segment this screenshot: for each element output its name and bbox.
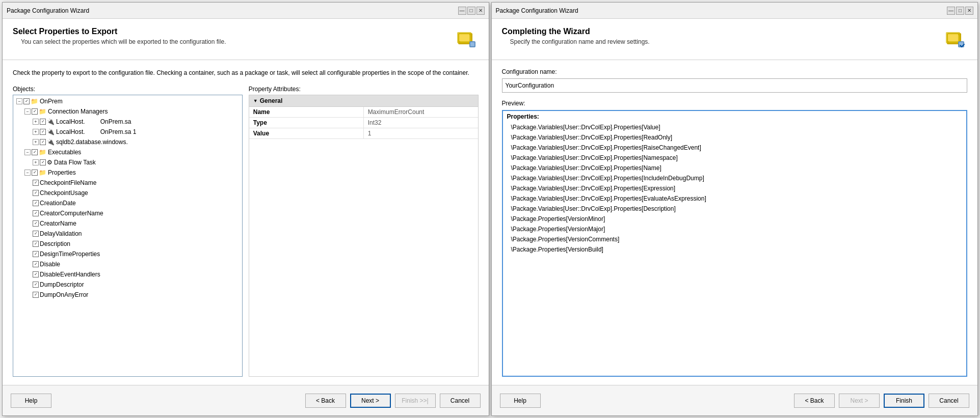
folder-icon-executables: 📁 — [39, 148, 46, 157]
item-text-dataflow: Data Flow Task — [54, 158, 96, 167]
prop-cell-type-value: Int32 — [364, 118, 478, 128]
checkbox-creatorcomputername[interactable] — [33, 210, 39, 216]
preview-item-1: \Package.Variables[User::DrvColExp].Prop… — [507, 132, 963, 143]
checkbox-delayvalidation[interactable] — [33, 231, 39, 237]
next-button-1[interactable]: Next > — [350, 394, 391, 408]
prop-row-value: Value 1 — [249, 128, 478, 139]
checkbox-description[interactable] — [33, 241, 39, 247]
help-button-1[interactable]: Help — [11, 394, 51, 408]
tree-item-description[interactable]: Description — [14, 239, 241, 249]
description-text-1: Check the property to export to the conf… — [13, 68, 479, 77]
expand-icon-localhost2[interactable]: + — [33, 129, 39, 135]
tree-item-checkpointfilename[interactable]: CheckpointFileName — [14, 178, 241, 188]
tree-item-properties[interactable]: − 📁 Properties — [14, 168, 241, 178]
wizard-header-text-2: Completing the Wizard Specify the config… — [502, 27, 650, 45]
item-text-dumpdescriptor: DumpDescriptor — [40, 280, 84, 289]
folder-icon-localhost1: 🔌 — [47, 117, 55, 126]
tree-view[interactable]: − 📁 OnPrem − 📁 Connection Managers + — [13, 95, 243, 377]
checkbox-checkpointusage[interactable] — [33, 190, 39, 196]
checkbox-executables[interactable] — [32, 149, 38, 155]
expand-icon-onprem[interactable]: − — [16, 98, 22, 104]
back-button-1[interactable]: < Back — [305, 394, 346, 408]
preview-item-7: \Package.Variables[User::DrvColExp].Prop… — [507, 193, 963, 204]
checkbox-onprem[interactable] — [23, 98, 30, 104]
tree-item-dumponanyerror[interactable]: DumpOnAnyError — [14, 290, 241, 300]
folder-icon-dataflow: ⚙ — [47, 158, 52, 167]
tree-item-conn-mgrs[interactable]: − 📁 Connection Managers — [14, 106, 241, 117]
tree-item-sqldb[interactable]: + 🔌 sqldb2.database.windows. — [14, 137, 241, 147]
minimize-button-2[interactable]: — — [947, 7, 955, 15]
maximize-button-1[interactable]: □ — [467, 7, 475, 15]
prop-cell-type-label: Type — [249, 118, 364, 128]
wizard-icon-2 — [943, 27, 967, 51]
expand-icon-localhost1[interactable]: + — [33, 119, 39, 125]
tree-item-creatorcomputername[interactable]: CreatorComputerName — [14, 208, 241, 218]
checkbox-designtimeproperties[interactable] — [33, 251, 39, 257]
cancel-button-2[interactable]: Cancel — [929, 394, 969, 408]
minimize-button-1[interactable]: — — [458, 7, 466, 15]
checkbox-disable[interactable] — [33, 261, 39, 267]
tree-item-disable[interactable]: Disable — [14, 259, 241, 269]
folder-icon-conn-mgrs: 📁 — [39, 107, 46, 116]
checkbox-properties[interactable] — [32, 170, 38, 176]
item-text-conn-mgrs: Connection Managers — [48, 107, 108, 116]
title-bar-1: Package Configuration Wizard — □ ✕ — [3, 3, 489, 19]
wizard-body-1: Check the property to export to the conf… — [3, 60, 489, 385]
maximize-button-2[interactable]: □ — [956, 7, 964, 15]
checkbox-creatorname[interactable] — [33, 220, 39, 227]
item-text-executables: Executables — [48, 148, 81, 157]
config-name-label: Configuration name: — [502, 68, 968, 75]
checkbox-disableeventhandlers[interactable] — [33, 271, 39, 277]
item-text-localhost1: LocalHost. OnPrem.sa — [56, 117, 131, 126]
tree-item-dumpdescriptor[interactable]: DumpDescriptor — [14, 280, 241, 290]
tree-item-delayvalidation[interactable]: DelayValidation — [14, 229, 241, 239]
item-text-localhost2: LocalHost. OnPrem.sa 1 — [56, 127, 136, 136]
wizard-footer-2: Help < Back Next > Finish Cancel — [492, 385, 978, 415]
checkbox-localhost1[interactable] — [40, 119, 46, 125]
tree-item-disableeventhandlers[interactable]: DisableEventHandlers — [14, 269, 241, 280]
checkbox-localhost2[interactable] — [40, 129, 46, 135]
checkbox-creationdate[interactable] — [33, 200, 39, 206]
item-text-creatorcomputername: CreatorComputerName — [40, 209, 103, 218]
preview-item-4: \Package.Variables[User::DrvColExp].Prop… — [507, 163, 963, 173]
tree-item-localhost2[interactable]: + 🔌 LocalHost. OnPrem.sa 1 — [14, 127, 241, 137]
item-text-description: Description — [40, 239, 70, 248]
wizard-body-2: Configuration name: Preview: Properties:… — [492, 60, 978, 385]
tree-item-onprem[interactable]: − 📁 OnPrem — [14, 96, 241, 106]
wizard-window-2: Package Configuration Wizard — □ ✕ Compl… — [491, 2, 978, 416]
cancel-button-1[interactable]: Cancel — [440, 394, 481, 408]
expand-icon-dataflow[interactable]: + — [33, 159, 39, 165]
preview-header: Properties: — [507, 113, 963, 120]
preview-item-0: \Package.Variables[User::DrvColExp].Prop… — [507, 122, 963, 132]
tree-item-creationdate[interactable]: CreationDate — [14, 198, 241, 208]
preview-item-8: \Package.Variables[User::DrvColExp].Prop… — [507, 204, 963, 214]
expand-icon-sqldb[interactable]: + — [33, 139, 39, 145]
checkbox-checkpointfilename[interactable] — [33, 180, 39, 186]
tree-item-executables[interactable]: − 📁 Executables — [14, 147, 241, 157]
preview-item-9: \Package.Properties[VersionMinor] — [507, 214, 963, 224]
tree-item-checkpointusage[interactable]: CheckpointUsage — [14, 188, 241, 198]
wizard-subtitle-1: You can select the properties which will… — [21, 38, 226, 45]
expand-icon-executables[interactable]: − — [24, 149, 31, 155]
finish-button-2[interactable]: Finish — [884, 394, 924, 408]
preview-item-3: \Package.Variables[User::DrvColExp].Prop… — [507, 153, 963, 163]
expand-icon-properties[interactable]: − — [24, 170, 31, 176]
close-button-2[interactable]: ✕ — [965, 7, 973, 15]
config-name-input[interactable] — [502, 78, 968, 93]
checkbox-dumponanyerror[interactable] — [33, 292, 39, 298]
close-button-1[interactable]: ✕ — [476, 7, 485, 15]
tree-item-designtimeproperties[interactable]: DesignTimeProperties — [14, 249, 241, 259]
checkbox-dataflow[interactable] — [40, 159, 46, 165]
property-label: Property Attributes: — [249, 86, 479, 93]
tree-item-dataflow[interactable]: + ⚙ Data Flow Task — [14, 157, 241, 168]
checkbox-dumpdescriptor[interactable] — [33, 282, 39, 288]
checkbox-conn-mgrs[interactable] — [32, 108, 38, 115]
back-button-2[interactable]: < Back — [794, 394, 835, 408]
prop-cell-name-label: Name — [249, 107, 364, 117]
tree-item-localhost1[interactable]: + 🔌 LocalHost. OnPrem.sa — [14, 117, 241, 127]
tree-item-creatorname[interactable]: CreatorName — [14, 218, 241, 229]
expand-icon-conn-mgrs[interactable]: − — [24, 108, 31, 115]
checkbox-sqldb[interactable] — [40, 139, 46, 145]
help-button-2[interactable]: Help — [500, 394, 541, 408]
wizard-header-1: Select Properties to Export You can sele… — [3, 19, 489, 60]
